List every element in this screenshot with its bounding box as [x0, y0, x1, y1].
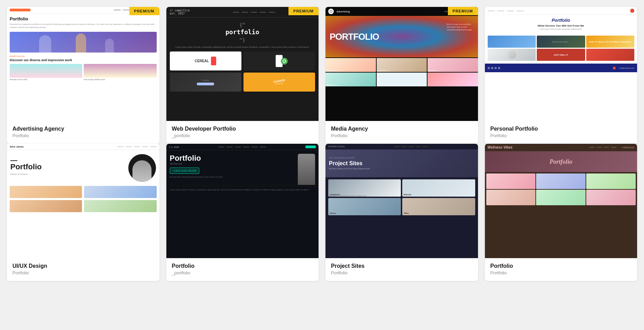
- uiux-hero-image: [128, 154, 156, 182]
- portdark-nav-links: [218, 147, 266, 148]
- media-hero-text: We try to make sure everything lorem ips…: [447, 23, 475, 31]
- portdark-person-image: [298, 154, 315, 185]
- adagency-portfolio-label: Portfolio: [10, 16, 157, 21]
- adagency-project-2: Free & Space Mobile Game: [84, 64, 156, 81]
- personal-footer-email: mail@example.com: [619, 67, 634, 69]
- portdark-nav: I'a DOOR: [166, 144, 319, 150]
- portdark-body-text: We Have Been Serving People Around the C…: [170, 176, 315, 179]
- personal-portfolio-grid: Discover Your Online... Hello, I'm Brian…: [485, 36, 637, 61]
- media-grid-item-6: [427, 73, 478, 86]
- card-subtitle-portdark: _portfolio: [172, 270, 313, 275]
- uiux-portfolio-item-1: The Franklin: [10, 186, 82, 198]
- webdev-body: {"portfolio"} {“ portfolio “} Lorem ipsu…: [166, 18, 319, 94]
- webdev-nav-links: [233, 12, 275, 13]
- uiux-portfolio-item-3: [10, 200, 82, 212]
- media-logo-icon: [328, 9, 334, 14]
- personal-grid-item-2: Discover Your Online...: [537, 36, 585, 48]
- card-info-portdark: Portfolio _portfolio: [166, 258, 319, 281]
- adagency-project-1: Brainstorm Force 2025: [10, 64, 82, 81]
- premium-badge-1: PREMIUM: [129, 7, 159, 15]
- beauty-gallery-item-2: [536, 173, 586, 189]
- portdark-logo: I'a DOOR: [169, 146, 179, 148]
- card-info-project: Project Sites Portfolio: [325, 258, 478, 281]
- card-preview-uiux: Alice James Portfolio Modern & Creative: [7, 144, 159, 258]
- card-uiux[interactable]: Alice James Portfolio Modern & Creative: [7, 144, 159, 281]
- card-preview-beauty: Wellness Vibes +4 456 815 2221 Portfolio: [485, 144, 637, 258]
- project-hero-content: THE DECISION EXPERT Project Sites We Hav…: [329, 157, 370, 170]
- adagency-hero-text: Discover our impressive portfolio at suc…: [10, 23, 157, 29]
- media-grid-item-5: [377, 73, 427, 86]
- project-nav-links: [395, 146, 427, 147]
- card-title-project: Project Sites: [331, 263, 472, 269]
- uiux-nav: Alice James: [7, 144, 159, 150]
- card-info-media: Media Agency Portfolio: [325, 121, 478, 144]
- beauty-gallery-item-1: [486, 173, 536, 189]
- card-preview-adagency: PREMIUM Portfolio Discover our impressiv…: [7, 7, 159, 121]
- personal-footer-icon-2: [491, 67, 493, 69]
- uiux-hero-sub: Modern & Creative: [10, 173, 125, 176]
- personal-nav-links: [488, 10, 524, 11]
- personal-hero-text: Lorem ipsum dolor sit amet, consectetur …: [488, 28, 635, 30]
- adagency-section-label: PORTFOLIO: [10, 55, 157, 57]
- card-beauty[interactable]: Wellness Vibes +4 456 815 2221 Portfolio: [485, 144, 637, 281]
- personal-grid-item-1: [488, 36, 536, 48]
- uiux-portfolio-item-4: [84, 200, 156, 212]
- card-subtitle-adagency: Portfolio: [12, 133, 154, 138]
- portdark-bottom: Lorem ipsum dolor sit amet, consectetur …: [166, 186, 319, 194]
- beauty-logo: Wellness Vibes: [488, 145, 513, 149]
- card-personal-portfolio[interactable]: Portfolio What Service You Will Get From…: [485, 7, 637, 144]
- project-hero-sub: THE DECISION EXPERT: [329, 157, 370, 159]
- media-hero-overlay: PORTFOLIO We try to make sure everything…: [325, 16, 478, 57]
- card-subtitle-media: Portfolio: [331, 133, 472, 138]
- card-preview-personal: Portfolio What Service You Will Get From…: [485, 7, 637, 121]
- media-grid-item-2: Graceful INC MARKETING & PLANNING: [377, 58, 427, 72]
- card-portfolio-dark[interactable]: I'a DOOR Portfolio Tell Free Call +1910-…: [166, 144, 319, 281]
- beauty-hero: Portfolio: [485, 151, 637, 172]
- adagency-discover-text: Discover our diverse and impressive work: [10, 58, 157, 62]
- project-hero: THE DECISION EXPERT Project Sites We Hav…: [325, 150, 478, 177]
- personal-hero: Portfolio What Service You Will Get From…: [485, 15, 637, 36]
- beauty-hero-title: Portfolio: [550, 158, 572, 166]
- card-preview-project: INTERIOR STUDIOS THE DECISION EXPERT Pro…: [325, 144, 478, 258]
- card-webdev[interactable]: PREMIUM // camelfireest. 2017 {"portfoli…: [166, 7, 319, 144]
- personal-logo-circle: [630, 9, 634, 13]
- card-title-media: Media Agency: [331, 126, 472, 132]
- card-subtitle-webdev: _portfolio: [172, 133, 313, 138]
- card-grid: PREMIUM Portfolio Discover our impressiv…: [7, 7, 637, 144]
- portdark-hero-title: Portfolio: [170, 154, 315, 163]
- adagency-hero-image: [10, 32, 157, 53]
- personal-grid-item-6: [586, 49, 635, 61]
- adagency-nav-link-1: [114, 9, 121, 11]
- media-grid-item-4: Soylent Corp DIGITAL ADVERTISING: [325, 73, 376, 86]
- card-subtitle-personal: Portfolio: [490, 133, 632, 138]
- card-info-webdev: Web Developer Portfolio _portfolio: [166, 121, 319, 144]
- card-info-beauty: Portfolio Portfolio: [485, 258, 637, 281]
- project-rooms: Living Room The solution to outstanding …: [325, 177, 478, 217]
- webdev-grid: CEREAL: [170, 51, 315, 92]
- personal-footer-icon-3: [495, 67, 497, 69]
- uiux-portfolio-items: The Franklin Wall Street: [7, 186, 159, 215]
- adagency-body: Portfolio Discover our impressive portfo…: [7, 13, 159, 83]
- uiux-hero-line: [10, 160, 17, 161]
- card-preview-webdev: PREMIUM // camelfireest. 2017 {"portfoli…: [166, 7, 319, 121]
- card-media-agency[interactable]: PREMIUM Advertising PORTFOLIO We try to …: [325, 7, 478, 144]
- card-project-sites[interactable]: INTERIOR STUDIOS THE DECISION EXPERT Pro…: [325, 144, 478, 281]
- card-advertising-agency[interactable]: PREMIUM Portfolio Discover our impressiv…: [7, 7, 159, 144]
- portdark-hero-sub: Tell Free Call: [170, 163, 315, 165]
- media-grid-item-3: Beauty OPC MARKETING STRATEGY: [427, 58, 478, 72]
- media-grid-item-1: Bellini Special DIGITAL CONTENT MEDIA: [325, 58, 376, 72]
- project-logo: INTERIOR STUDIOS: [328, 145, 345, 148]
- webdev-item-cereal: CEREAL: [170, 51, 241, 70]
- card-title-portdark: Portfolio: [172, 263, 313, 269]
- card-preview-portdark: I'a DOOR Portfolio Tell Free Call +1910-…: [166, 144, 319, 258]
- adagency-projects: Brainstorm Force 2025 Free & Space Mobil…: [10, 64, 157, 81]
- uiux-logo: Alice James: [10, 145, 24, 148]
- webdev-sub: Lorem ipsum dolor sit amet, consectetur …: [170, 46, 315, 48]
- personal-nav: [485, 7, 637, 15]
- card-info-personal: Personal Portfolio Portfolio: [485, 121, 637, 144]
- personal-grid-item-5: JUST GRILL IT: [537, 49, 585, 61]
- beauty-gallery: [485, 172, 637, 207]
- project-room-1: Living Room The solution to outstanding …: [328, 179, 401, 197]
- card-title-beauty: Portfolio: [490, 263, 632, 269]
- beauty-gallery-item-6: [586, 190, 636, 205]
